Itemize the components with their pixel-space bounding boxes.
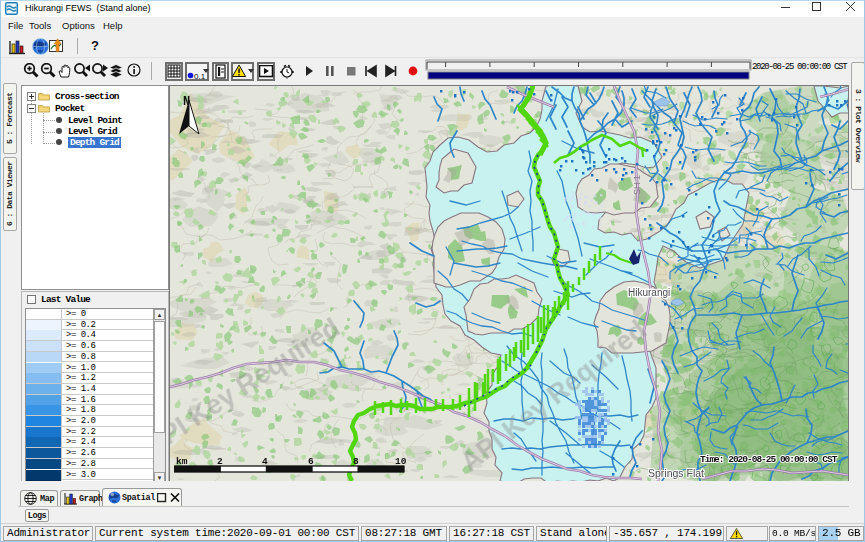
svg-text:8: 8 [353,456,359,467]
svg-text:6: 6 [308,456,314,467]
svg-text:10: 10 [395,456,407,467]
svg-text:Time: 2020-08-25 00:00:00 CST: Time: 2020-08-25 00:00:00 CST [700,454,838,465]
svg-text:4: 4 [262,456,268,467]
svg-text:0.1: 0.1 [194,72,206,81]
svg-text:Hikurangi: Hikurangi [628,287,670,298]
svg-text:SH 1: SH 1 [632,175,642,195]
svg-text:km: km [176,456,188,467]
svg-text:2: 2 [217,456,223,467]
svg-text:Springs Flat: Springs Flat [648,467,704,479]
